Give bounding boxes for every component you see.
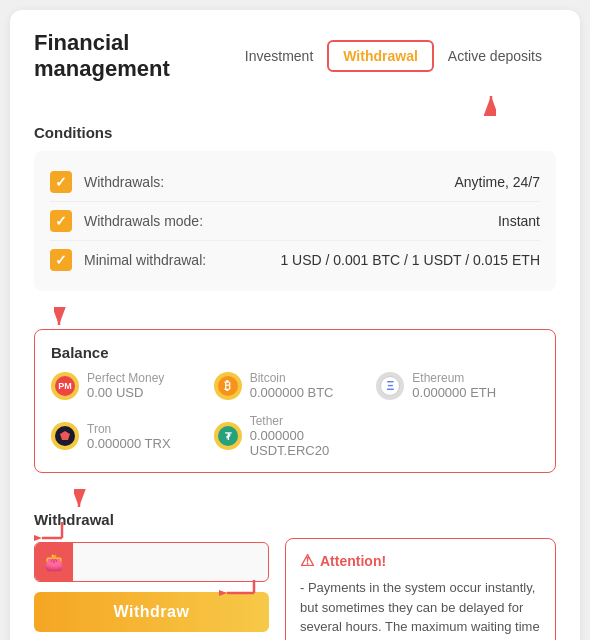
arrow-to-balance <box>54 307 94 327</box>
wallet-icon: 👛 <box>44 553 64 572</box>
usdt-icon: ₮ <box>218 426 238 446</box>
withdraw-button[interactable]: Withdraw <box>34 592 269 632</box>
condition-value-2: Instant <box>498 213 540 229</box>
check-icon-1 <box>50 171 72 193</box>
pm-coin: PM <box>51 372 79 400</box>
tab-active-deposits[interactable]: Active deposits <box>434 42 556 70</box>
pm-icon: PM <box>55 376 75 396</box>
balance-item-pm: PM Perfect Money 0.00 USD <box>51 371 214 400</box>
condition-row-1: Withdrawals: Anytime, 24/7 <box>50 163 540 202</box>
withdrawal-title: Withdrawal <box>34 511 556 528</box>
pm-amount: 0.00 USD <box>87 385 164 400</box>
eth-icon: Ξ <box>380 376 400 396</box>
condition-label-1: Withdrawals: <box>84 174 454 190</box>
eth-amount: 0.000000 ETH <box>412 385 496 400</box>
eth-coin: Ξ <box>376 372 404 400</box>
usdt-coin: ₮ <box>214 422 242 450</box>
tab-withdrawal[interactable]: Withdrawal <box>327 40 434 72</box>
eth-name: Ethereum <box>412 371 496 385</box>
condition-label-2: Withdrawals mode: <box>84 213 498 229</box>
arrow-to-withdrawal <box>74 489 114 509</box>
usdt-amount: 0.000000 USDT.ERC20 <box>250 428 377 458</box>
condition-value-3: 1 USD / 0.001 BTC / 1 USDT / 0.015 ETH <box>280 252 540 268</box>
attention-icon: ⚠ <box>300 551 314 570</box>
tab-bar: Investment Withdrawal Active deposits <box>231 40 556 72</box>
conditions-box: Withdrawals: Anytime, 24/7 Withdrawals m… <box>34 151 556 291</box>
withdrawal-section: 👛 Withdr <box>34 538 556 640</box>
condition-row-3: Minimal withdrawal: 1 USD / 0.001 BTC / … <box>50 241 540 279</box>
trx-coin <box>51 422 79 450</box>
withdrawal-input-row: 👛 <box>34 542 269 582</box>
balance-grid: PM Perfect Money 0.00 USD ₿ Bitcoin 0.00… <box>51 371 539 458</box>
wallet-icon-button[interactable]: 👛 <box>35 543 73 581</box>
trx-amount: 0.000000 TRX <box>87 436 171 451</box>
arrow-to-input <box>34 520 64 542</box>
arrow-to-tab <box>436 88 496 118</box>
check-icon-3 <box>50 249 72 271</box>
balance-item-btc: ₿ Bitcoin 0.000000 BTC <box>214 371 377 400</box>
conditions-title: Conditions <box>34 124 556 141</box>
usdt-name: Tether <box>250 414 377 428</box>
pm-name: Perfect Money <box>87 371 164 385</box>
condition-row-2: Withdrawals mode: Instant <box>50 202 540 241</box>
trx-icon <box>55 426 75 446</box>
btc-name: Bitcoin <box>250 371 334 385</box>
btc-icon: ₿ <box>218 376 238 396</box>
balance-item-eth: Ξ Ethereum 0.000000 ETH <box>376 371 539 400</box>
trx-name: Tron <box>87 422 171 436</box>
btc-amount: 0.000000 BTC <box>250 385 334 400</box>
balance-item-usdt: ₮ Tether 0.000000 USDT.ERC20 <box>214 414 377 458</box>
page-title: Financial management <box>34 30 231 82</box>
balance-title: Balance <box>51 344 539 361</box>
balance-box: Balance PM Perfect Money 0.00 USD ₿ Bitc… <box>34 329 556 473</box>
arrow-to-button <box>219 578 259 596</box>
attention-text: - Payments in the system occur instantly… <box>300 578 541 640</box>
btc-coin: ₿ <box>214 372 242 400</box>
withdrawal-input[interactable] <box>73 543 268 581</box>
attention-title: ⚠ Attention! <box>300 551 541 570</box>
check-icon-2 <box>50 210 72 232</box>
balance-item-trx: Tron 0.000000 TRX <box>51 414 214 458</box>
svg-marker-4 <box>60 431 70 440</box>
tab-investment[interactable]: Investment <box>231 42 327 70</box>
condition-value-1: Anytime, 24/7 <box>454 174 540 190</box>
condition-label-3: Minimal withdrawal: <box>84 252 280 268</box>
withdrawal-form: 👛 Withdr <box>34 538 269 632</box>
attention-box: ⚠ Attention! - Payments in the system oc… <box>285 538 556 640</box>
